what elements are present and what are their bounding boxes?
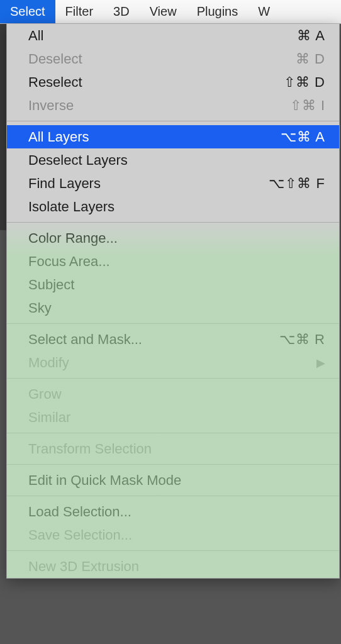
menu-item: New 3D Extrusion (7, 555, 339, 578)
menu-item[interactable]: Sky (7, 296, 339, 319)
menu-item-label: Find Layers (28, 175, 269, 192)
menu-separator (7, 121, 339, 121)
menubar-label: Select (10, 4, 45, 19)
menu-separator (7, 323, 339, 324)
menu-item-shortcut: ⇧⌘ D (284, 74, 325, 91)
menu-item: Transform Selection (7, 437, 339, 460)
menu-item-label: Load Selection... (28, 504, 325, 520)
menubar-item-filter[interactable]: Filter (55, 0, 103, 23)
menubar-item-3d[interactable]: 3D (103, 0, 140, 23)
menu-item-label: All Layers (28, 129, 281, 145)
menubar-item-cut[interactable]: W (248, 0, 280, 23)
menu-item: Modify▶ (7, 351, 339, 374)
submenu-arrow-icon: ▶ (316, 356, 325, 370)
menu-item[interactable]: Focus Area... (7, 250, 339, 273)
menu-item-label: Modify (28, 355, 316, 371)
menu-separator (7, 550, 339, 551)
menu-item-label: Focus Area... (28, 253, 325, 270)
menu-item[interactable]: Select and Mask...⌥⌘ R (7, 328, 339, 351)
background-strip (0, 24, 6, 230)
menu-item-shortcut: ⌥⌘ R (279, 331, 325, 348)
menubar-label: Filter (65, 4, 93, 19)
menu-item-label: Save Selection... (28, 527, 325, 543)
menubar-label: W (258, 4, 270, 19)
menu-item-label: Edit in Quick Mask Mode (28, 472, 325, 489)
menu-separator (7, 433, 339, 433)
menu-item-shortcut: ⇧⌘ I (290, 97, 325, 114)
select-dropdown-menu: All⌘ ADeselect⌘ DReselect⇧⌘ DInverse⇧⌘ I… (6, 24, 340, 579)
menu-item-label: Grow (28, 386, 325, 402)
menu-item[interactable]: Color Range... (7, 226, 339, 250)
menu-item[interactable]: All Layers⌥⌘ A (7, 125, 339, 148)
menubar: Select Filter 3D View Plugins W (0, 0, 341, 24)
menubar-item-select[interactable]: Select (0, 0, 55, 23)
menu-item-label: Isolate Layers (28, 199, 325, 215)
menu-item-label: Similar (28, 409, 325, 426)
menubar-label: 3D (113, 4, 130, 19)
menu-item[interactable]: Subject (7, 273, 339, 296)
menu-item-label: Select and Mask... (28, 331, 279, 348)
menu-separator (7, 378, 339, 379)
menubar-label: Plugins (197, 4, 238, 19)
menu-item-label: Color Range... (28, 230, 325, 247)
menu-separator (7, 222, 339, 223)
menu-item[interactable]: Deselect Layers (7, 148, 339, 172)
menu-item-label: Deselect (28, 51, 296, 67)
menu-item-shortcut: ⌥⌘ A (281, 129, 325, 145)
menubar-item-plugins[interactable]: Plugins (187, 0, 249, 23)
menu-item: Similar (7, 406, 339, 429)
menu-item: Save Selection... (7, 523, 339, 547)
menu-item-label: Sky (28, 300, 325, 316)
menu-item-label: Inverse (28, 97, 290, 114)
menu-item-label: New 3D Extrusion (28, 558, 325, 575)
menu-item[interactable]: All⌘ A (7, 24, 339, 47)
menu-item-label: All (28, 28, 297, 44)
menu-item-shortcut: ⌘ A (297, 28, 325, 44)
menu-item-label: Subject (28, 277, 325, 293)
menu-item-label: Deselect Layers (28, 152, 325, 169)
menu-item: Deselect⌘ D (7, 47, 339, 70)
menu-item-label: Transform Selection (28, 441, 325, 457)
menubar-label: View (150, 4, 177, 19)
menu-item[interactable]: Edit in Quick Mask Mode (7, 469, 339, 492)
menu-separator (7, 464, 339, 465)
menu-item[interactable]: Isolate Layers (7, 195, 339, 218)
menubar-item-view[interactable]: View (140, 0, 187, 23)
menu-item: Grow (7, 382, 339, 406)
menu-separator (7, 496, 339, 496)
menu-item-label: Reselect (28, 74, 284, 91)
menu-item: Inverse⇧⌘ I (7, 94, 339, 117)
menu-item[interactable]: Reselect⇧⌘ D (7, 70, 339, 94)
menu-item-shortcut: ⌘ D (296, 51, 325, 67)
menu-item-shortcut: ⌥⇧⌘ F (269, 175, 325, 192)
menu-item[interactable]: Load Selection... (7, 500, 339, 523)
menu-item[interactable]: Find Layers⌥⇧⌘ F (7, 172, 339, 195)
